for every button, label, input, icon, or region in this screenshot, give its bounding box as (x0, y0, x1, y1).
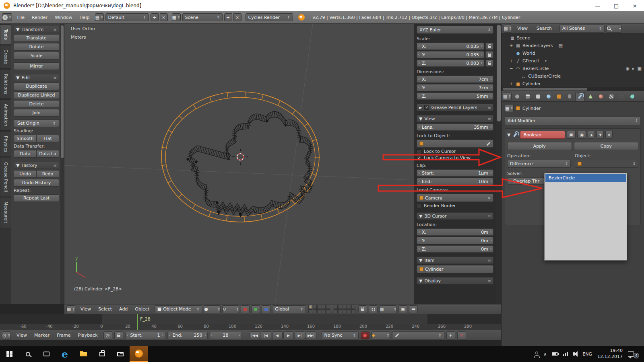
editor-type-button[interactable]: ◷ ⇕ (2, 331, 11, 339)
taskbar-search-button[interactable] (19, 346, 37, 362)
outliner-row[interactable]: World ◉ ▸ ▣ (502, 49, 644, 57)
checkbox-unchecked[interactable] (417, 204, 421, 208)
store-button[interactable] (93, 346, 111, 362)
people-icon[interactable] (535, 352, 538, 354)
preview-range-toggle[interactable]: ◷ (103, 331, 112, 339)
flat-button[interactable]: Flat (36, 135, 59, 142)
item-name-field[interactable]: Cylinder (417, 265, 493, 273)
scale-number-field[interactable]: ‹ X: 0.035 › (417, 43, 484, 50)
tool-button[interactable]: Duplicate Linked (14, 91, 59, 99)
outliner-row[interactable]: CUBezierCircle ◉ ▸ ▣ (502, 72, 644, 80)
outliner-scrollbar[interactable] (501, 87, 644, 91)
scene-icon-button[interactable]: ▦ ⇕ (172, 13, 181, 21)
delete-layout-button[interactable]: × (160, 13, 168, 21)
eyedropper-icon[interactable] (487, 142, 491, 146)
manipulator-translate-toggle[interactable] (241, 305, 250, 313)
layer-toggle[interactable] (347, 305, 351, 309)
record-button[interactable]: ● (361, 331, 369, 339)
layer-toggle[interactable] (313, 309, 317, 313)
start-button[interactable] (0, 346, 19, 362)
speaker-icon[interactable] (573, 352, 575, 356)
tool-tab[interactable]: Animation (0, 99, 11, 131)
expander-icon[interactable]: + (509, 81, 514, 86)
network-icon[interactable] (563, 352, 568, 356)
blender-taskbar-button[interactable] (130, 346, 148, 362)
delete-keyframe-button[interactable]: × (457, 331, 466, 339)
pointer-icon[interactable]: ▸ (632, 66, 635, 71)
snap-toggle[interactable]: Ω (369, 305, 378, 313)
mail-button[interactable] (111, 346, 130, 362)
orientation-select[interactable]: Global ⇕ (272, 305, 306, 313)
end-frame-field[interactable]: ‹ End: 250 › (167, 332, 208, 339)
eye-icon[interactable]: ◉ (625, 66, 630, 71)
scrollbar-thumb[interactable] (61, 25, 64, 158)
tool-tab[interactable]: Relations (0, 70, 11, 99)
camera-icon[interactable]: ▣ (638, 66, 642, 71)
undo-history-button[interactable]: Undo History (14, 179, 59, 187)
grease-pencil-layers-panel[interactable]: ► ✓ Grease Pencil Layers ≡ (417, 104, 493, 111)
edge-button[interactable]: e (56, 346, 74, 362)
overlap-threshold-field[interactable]: ‹ Overlap Thr (507, 177, 548, 185)
playback-button[interactable]: ◀ (272, 331, 283, 339)
opengl-render-button[interactable]: ▣ (398, 305, 407, 313)
display-scope-select[interactable]: All Scenes ⇕ (559, 25, 605, 33)
pivot-select[interactable]: ⊙ ⇕ (222, 305, 239, 313)
menu-item[interactable]: Playback (74, 333, 101, 338)
scrollbar-thumb[interactable] (497, 25, 501, 121)
language-indicator[interactable]: ENG (582, 352, 592, 357)
current-frame-field[interactable]: ‹ 28 › (210, 332, 242, 339)
outliner-row[interactable]: + GPencil • ◉ ▸ ▣ (502, 57, 644, 65)
tool-tab[interactable]: Measureit (0, 197, 11, 228)
outliner-row[interactable]: + Cylinder ◉ ▸ ▣ (502, 80, 644, 87)
menu-item[interactable]: Search (533, 26, 555, 31)
properties-tab[interactable] (554, 92, 564, 101)
start-frame-field[interactable]: ‹ Start: 1 › (125, 332, 165, 339)
display-panel-header[interactable]: ▼ Display ≡ (417, 277, 493, 284)
modifier-render-toggle[interactable]: ▣ (567, 131, 576, 139)
layer-toggle[interactable] (322, 309, 326, 313)
sync-mode-select[interactable]: No Sync ⇕ (322, 331, 359, 339)
apply-button[interactable]: Apply (507, 142, 572, 150)
history-panel-header[interactable]: ▼ History ≡ (14, 162, 59, 169)
layer-toggle[interactable] (338, 309, 342, 313)
action-center-button[interactable]: 4 (628, 349, 640, 359)
tool-tab[interactable]: Tools (0, 25, 11, 44)
expander-icon[interactable]: + (509, 58, 514, 64)
scale-number-field[interactable]: ‹ Z: 0.003 › (417, 60, 484, 67)
data-layout-button[interactable]: Data La (36, 150, 59, 158)
set-origin-button[interactable]: Set Origin ⇕ (14, 119, 59, 127)
dimension-number-field[interactable]: ‹ Y: 7cm › (417, 84, 493, 91)
lock-toggle[interactable] (485, 60, 493, 67)
search-button[interactable]: ▾ (606, 25, 621, 33)
menu-item[interactable]: Help (76, 15, 93, 20)
redo-button[interactable]: Redo (36, 170, 59, 178)
menu-item[interactable]: View (13, 333, 31, 338)
tool-shelf-scrollbar[interactable] (60, 24, 64, 304)
tool-button[interactable]: Translate (14, 34, 59, 42)
expander-icon[interactable]: + (509, 43, 514, 48)
modifier-move-down-button[interactable]: ▼ (597, 131, 604, 139)
gp-checkbox[interactable]: ✓ (424, 105, 429, 110)
tool-button[interactable]: Join (14, 109, 59, 117)
clip-end-field[interactable]: ‹ End: 10m › (417, 178, 493, 185)
properties-tab[interactable] (607, 92, 616, 101)
playback-button[interactable]: ▶▶| (306, 331, 316, 339)
menu-item[interactable]: Object (131, 306, 153, 312)
menu-item[interactable]: View (77, 306, 95, 312)
object-select-field[interactable]: ⇕ (575, 160, 638, 168)
operation-select[interactable]: Difference ⇕ (507, 160, 571, 168)
tray-chevron-icon[interactable]: ∧ (543, 352, 547, 357)
item-panel-header[interactable]: ▼ Item ≡ (417, 257, 493, 264)
lock-camera-row[interactable]: ✓ Lock Camera to View (417, 155, 493, 160)
add-scene-button[interactable]: + (224, 13, 232, 21)
close-button[interactable]: × (625, 0, 644, 11)
render-border-row[interactable]: Render Border (417, 203, 493, 208)
view-panel-header[interactable]: ▼ View ≡ (417, 115, 493, 122)
menu-item[interactable]: Frame (53, 333, 74, 338)
lock-toggle[interactable] (485, 51, 493, 58)
battery-icon[interactable] (552, 352, 558, 356)
lock-to-cursor-row[interactable]: Lock to Cursor (417, 149, 493, 154)
outliner-row[interactable]: + RenderLayers ▤ ◉ ▸ ▣ (502, 42, 644, 49)
properties-tab[interactable] (575, 92, 585, 101)
screen-layout-field[interactable]: Default ⇕ (105, 13, 149, 21)
